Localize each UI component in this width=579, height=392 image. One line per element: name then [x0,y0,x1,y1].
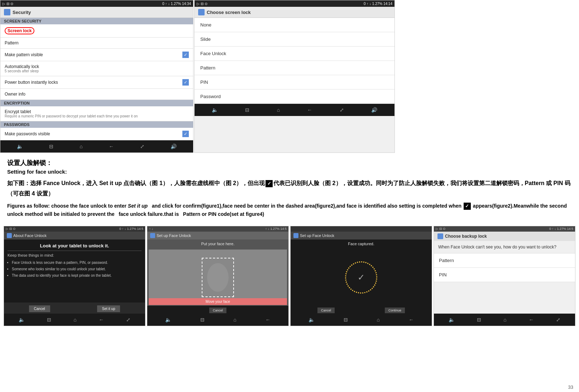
figure1-screenshot: ▷ ⊟ ⊙ 0 ↑ ↓ 1.27% 14:5 About Face Unlock… [4,226,145,326]
nav-speaker-icon[interactable]: 🔊 [171,144,177,149]
encrypt-tablet-item[interactable]: Encrypt tablet Require a numeric PIN or … [0,106,193,121]
fig2a-nav-screen[interactable]: ⊟ [200,317,205,323]
screen-security-label: SCREEN SECURITY [0,18,193,24]
screen-lock-label[interactable]: Screen lock [5,27,34,34]
fig2a-status-bar: ↑ ↓ ↑ ↓ 1.27% 14:5 [147,226,288,232]
lock-option-pin[interactable]: PIN [195,75,394,89]
make-pattern-visible-label: Make pattern visible [5,52,43,57]
fig2a-nav-back[interactable]: ← [265,317,271,323]
owner-info-label: Owner info [5,92,25,97]
nav-expand-icon[interactable]: ⤢ [140,144,144,149]
right-nav-screenshot-icon[interactable]: ⊟ [245,107,249,113]
fig2a-icon [150,233,155,238]
right-status-icons: ▷ ⊟ ⊙ [197,2,207,6]
fig2a-nav-vol[interactable]: 🔈 [165,317,171,323]
fig1-nav-expand[interactable]: ⤢ [126,317,130,323]
pattern-item[interactable]: Pattern [0,38,193,49]
fig4-nav-screen[interactable]: ⊟ [477,317,481,323]
fig1-nav-screen[interactable]: ⊟ [47,317,51,323]
make-passwords-visible-label: Make passwords visible [5,131,50,136]
fig2a-cancel-btn[interactable]: Cancel [209,308,226,313]
fig2b-continue-btn[interactable]: Continue [385,308,405,313]
nav-screenshot-icon[interactable]: ⊟ [49,144,53,149]
auto-lock-label: Automatically lock [5,64,39,69]
encrypt-tablet-sublabel: Require a numeric PIN or password to dec… [5,114,138,118]
fig1-nav-home[interactable]: ⌂ [73,317,76,323]
left-status-bar: ▷ ⊟ ⊙ 0 ↑ ↓ 1.27% 14:34 [0,0,193,7]
encryption-label: ENCRYPTION [0,100,193,106]
right-nav-back-icon[interactable]: ← [307,107,312,113]
face-dashed-box [202,258,234,297]
fig2b-cancel-btn[interactable]: Cancel [317,308,335,313]
lock-option-none[interactable]: None [195,18,394,32]
right-nav-volume-icon[interactable]: 🔈 [212,107,218,113]
left-header: Security [0,7,193,18]
right-shield-icon [198,9,205,15]
fig4-header: Choose backup lock [434,232,575,241]
right-nav-speaker-icon[interactable]: 🔊 [371,107,377,113]
fig4-nav-back[interactable]: ← [529,317,534,323]
fig1-nav-vol[interactable]: 🔈 [19,317,25,323]
fig1-cancel-button[interactable]: Cancel [29,305,50,312]
power-button-item[interactable]: Power button instantly locks ✓ [0,76,193,89]
right-header: Choose screen lock [195,7,394,18]
fig1-header-title: About Face Unlock [13,233,47,238]
nav-home-icon[interactable]: ⌂ [80,144,82,149]
fig2b-nav-screen[interactable]: ⊟ [344,317,348,323]
lock-option-password[interactable]: Password [195,89,394,104]
fig4-nav-home[interactable]: ⌂ [503,317,506,323]
fig2a-bottom-nav: 🔈 ⊟ ⌂ ← [147,314,288,326]
fig2b-header-title: Set up Face Unlock [300,233,334,238]
right-status-time: 0 ↑ ↓ 1.27% 14:14 [364,2,392,6]
lock-option-slide[interactable]: Slide [195,32,394,47]
make-pattern-visible-checkbox[interactable]: ✓ [182,52,189,58]
fig2b-bottom-nav: 🔈 ⊟ ⌂ ← [291,314,432,326]
right-header-title: Choose screen lock [207,10,251,15]
make-passwords-visible-item[interactable]: Make passwords visible ✓ [0,128,193,140]
fig4-bottom-nav: 🔈 ⊟ ⌂ ← ⤢ [434,314,575,326]
fig2a-instruction: Put your face here. [147,239,288,248]
fig4-nav-vol[interactable]: 🔈 [449,317,455,323]
power-button-label: Power button instantly locks [5,80,58,85]
left-bottom-nav: 🔈 ⊟ ⌂ ← ⤢ 🔊 [0,140,193,153]
face-capture-checkmark: ✓ [358,272,365,282]
fig4-backup-icon [437,233,443,239]
lock-option-pattern[interactable]: Pattern [195,61,394,75]
right-screenshot: ▷ ⊟ ⊙ 0 ↑ ↓ 1.27% 14:14 Choose screen lo… [194,0,395,153]
fig4-header-title: Choose backup lock [445,234,487,239]
figure4-screenshot: ▷ ⊟ ⊙ 0 ↑ ↓ 1.27% 14:5 Choose backup loc… [434,226,575,326]
fig4-pattern-option[interactable]: Pattern [434,253,575,268]
fig1-info-header: Keep these things in mind: [8,253,142,257]
english-subheading: Setting for face unlock: [7,169,572,175]
english-body: Figures as follow: choose the face unloc… [7,202,572,219]
fig2a-nav-home[interactable]: ⌂ [234,317,236,323]
screen-lock-item[interactable]: Screen lock [0,24,193,38]
make-passwords-visible-checkbox[interactable]: ✓ [182,131,189,137]
auto-lock-item[interactable]: Automatically lock 5 seconds after sleep [0,61,193,76]
fig2b-nav-home[interactable]: ⌂ [377,317,380,323]
fig2b-nav-back[interactable]: ← [409,317,414,323]
make-pattern-visible-item[interactable]: Make pattern visible ✓ [0,49,193,61]
right-nav-home-icon[interactable]: ⌂ [277,107,280,113]
fig4-question: When Face Unlock can't see you, how do y… [434,241,575,253]
fig1-setup-button[interactable]: Set it up [97,305,120,312]
fig1-icon [7,233,12,238]
fig1-title: Look at your tablet to unlock it. [8,243,142,248]
lock-option-face-unlock[interactable]: Face Unlock [195,47,394,61]
text-section: 设置人脸解锁： Setting for face unlock: 如下图：选择 … [0,153,579,226]
figure2a-screenshot: ↑ ↓ ↑ ↓ 1.27% 14:5 Set up Face Unlock Pu… [147,226,289,326]
fig1-bottom-nav: 🔈 ⊟ ⌂ ← ⤢ [4,314,145,326]
fig4-nav-expand[interactable]: ⤢ [556,317,560,323]
checkmark-icon-chinese: ✓ [265,180,273,187]
fig1-nav-back[interactable]: ← [99,317,104,323]
fig4-pin-option[interactable]: PIN [434,268,575,282]
fig2b-nav-vol[interactable]: 🔈 [308,317,315,323]
fig2b-instruction: Face captured. [291,239,432,248]
passwords-label: PASSWORDS [0,121,193,128]
owner-info-item[interactable]: Owner info [0,89,193,100]
checkmark-icon-english: ✓ [464,203,471,210]
nav-back-icon[interactable]: ← [109,144,114,149]
nav-volume-icon[interactable]: 🔈 [17,144,23,149]
power-button-checkbox[interactable]: ✓ [182,79,189,86]
right-nav-expand-icon[interactable]: ⤢ [340,107,344,113]
